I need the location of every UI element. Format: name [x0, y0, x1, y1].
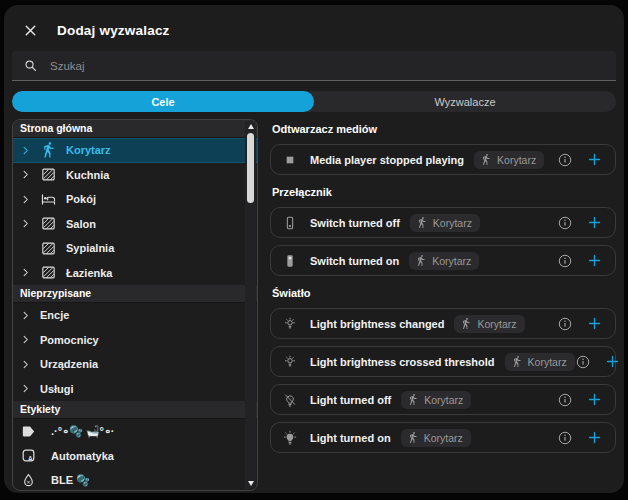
trigger-row-light-turned-off[interactable]: Light turned offKorytarz [270, 384, 616, 415]
scrollbar-thumb[interactable] [247, 133, 254, 203]
automation-icon: A [20, 447, 37, 464]
brightness-icon [282, 354, 298, 370]
scroll-up-icon[interactable] [248, 124, 254, 129]
walk-icon [407, 432, 419, 444]
texture-icon [40, 166, 57, 183]
info-icon [557, 392, 573, 408]
add-button[interactable] [586, 391, 603, 408]
tab-wyzwalacze[interactable]: Wyzwalacze [314, 91, 616, 112]
chevron-icon [20, 267, 31, 278]
plus-icon [604, 353, 621, 370]
droplet-icon [20, 472, 37, 489]
add-button[interactable] [586, 429, 603, 446]
sidebar-item-ble[interactable]: BLE 🫧 [13, 468, 257, 491]
sidebar-item-łazienka[interactable]: Łazienka [13, 261, 257, 286]
area-chip-label: Korytarz [424, 394, 463, 406]
chevron-right-icon[interactable] [20, 359, 33, 370]
walk-icon [416, 217, 428, 229]
walk-icon [40, 142, 57, 159]
trigger-row-media-player-stopped-playing[interactable]: Media player stopped playingKorytarz [270, 144, 616, 175]
trigger-label: Light brightness crossed threshold [310, 356, 495, 368]
area-chip: Korytarz [401, 391, 471, 409]
walk-icon [480, 154, 492, 166]
chevron-right-icon[interactable] [20, 334, 33, 345]
stop-icon [282, 152, 298, 168]
walk-icon [460, 318, 472, 330]
trigger-row-switch-turned-on[interactable]: Switch turned onKorytarz [270, 245, 616, 276]
sidebar-section-header-etykiety: Etykiety [13, 401, 257, 419]
sidebar-item-label: BLE 🫧 [51, 474, 90, 487]
texture-icon [40, 215, 57, 232]
area-chip-label: Korytarz [433, 217, 472, 229]
trigger-section-title: Odtwarzacz mediów [272, 123, 616, 135]
sidebar-item-usługi[interactable]: Usługi [13, 377, 257, 402]
walk-icon [480, 154, 492, 166]
texture-icon [40, 240, 57, 257]
automation-icon: A [20, 447, 37, 464]
chevron-icon [20, 334, 31, 345]
trigger-row-switch-turned-off[interactable]: Switch turned offKorytarz [270, 207, 616, 238]
trigger-label: Switch turned on [310, 255, 399, 267]
sidebar-item-sypialnia[interactable]: Sypialnia [13, 236, 257, 261]
walk-icon [415, 255, 427, 267]
texture-icon [40, 166, 57, 183]
info-button[interactable] [557, 430, 573, 446]
trigger-section-title: Przełącznik [272, 186, 616, 198]
plus-icon [586, 391, 603, 408]
brightness-icon [282, 316, 298, 332]
sidebar-item-pomocnicy[interactable]: Pomocnicy [13, 328, 257, 353]
info-button[interactable] [557, 253, 573, 269]
close-icon[interactable] [22, 22, 39, 39]
search-bar[interactable] [12, 51, 616, 81]
chevron-right-icon[interactable] [20, 194, 33, 205]
trigger-row-light-brightness-changed[interactable]: Light brightness changedKorytarz [270, 308, 616, 339]
area-chip: Korytarz [505, 353, 575, 371]
add-button[interactable] [586, 151, 603, 168]
sidebar-item-label: Sypialnia [66, 242, 114, 254]
chevron-right-icon[interactable] [20, 145, 33, 156]
scroll-down-icon[interactable] [248, 481, 254, 486]
chevron-right-icon[interactable] [20, 169, 33, 180]
info-button[interactable] [557, 316, 573, 332]
chevron-right-icon[interactable] [20, 310, 33, 321]
chevron-icon [20, 145, 31, 156]
chevron-right-icon[interactable] [20, 218, 33, 229]
sidebar-item-urządzenia[interactable]: Urządzenia [13, 352, 257, 377]
walk-icon [511, 356, 523, 368]
sidebar-item-item[interactable]: .·°∘🫧 🛁°∘· [13, 419, 257, 444]
tab-cele[interactable]: Cele [12, 91, 314, 112]
info-button[interactable] [557, 152, 573, 168]
add-button[interactable] [586, 214, 603, 231]
area-chip-label: Korytarz [432, 255, 471, 267]
info-icon [575, 354, 591, 370]
texture-icon [40, 264, 57, 281]
sidebar-item-label: Pomocnicy [40, 334, 99, 346]
info-button[interactable] [557, 215, 573, 231]
stop-icon [282, 152, 298, 168]
walk-icon [407, 394, 419, 406]
trigger-row-light-brightness-crossed-threshold[interactable]: Light brightness crossed thresholdKoryta… [270, 346, 616, 377]
sidebar-item-automatyka[interactable]: AAutomatyka [13, 444, 257, 469]
info-button[interactable] [557, 392, 573, 408]
walk-icon [40, 142, 57, 159]
sidebar-item-salon[interactable]: Salon [13, 212, 257, 237]
sidebar-item-kuchnia[interactable]: Kuchnia [13, 163, 257, 188]
search-input[interactable] [48, 59, 605, 73]
area-chip: Korytarz [410, 214, 480, 232]
sidebar-item-label: Łazienka [66, 267, 112, 279]
add-button[interactable] [604, 353, 621, 370]
trigger-row-light-turned-on[interactable]: Light turned onKorytarz [270, 422, 616, 453]
area-chip-label: Korytarz [497, 154, 536, 166]
add-button[interactable] [586, 252, 603, 269]
chevron-right-icon[interactable] [20, 267, 33, 278]
texture-icon [40, 215, 57, 232]
sidebar-item-encje[interactable]: Encje [13, 303, 257, 328]
sidebar-item-korytarz[interactable]: Korytarz [13, 138, 257, 163]
sidebar-item-pokój[interactable]: Pokój [13, 187, 257, 212]
texture-icon [40, 264, 57, 281]
add-button[interactable] [586, 315, 603, 332]
sidebar-scrollbar[interactable] [245, 121, 256, 489]
trigger-label: Switch turned off [310, 217, 400, 229]
chevron-right-icon[interactable] [20, 383, 33, 394]
info-button[interactable] [575, 354, 591, 370]
